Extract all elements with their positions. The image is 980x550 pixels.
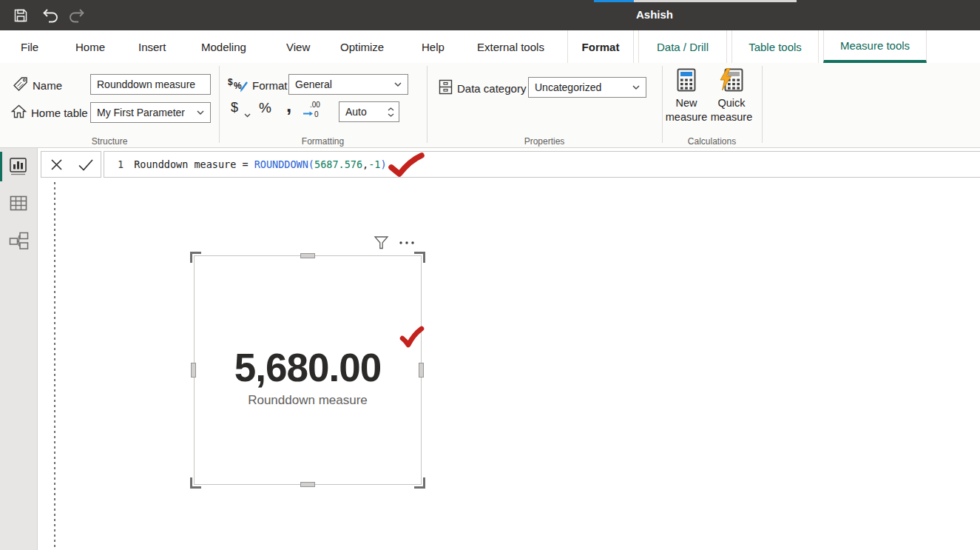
decimal-places-icon: .00 0: [302, 100, 322, 118]
svg-text:0: 0: [314, 110, 319, 118]
spinner-down-icon[interactable]: [388, 113, 394, 117]
sidebar-item-report-view[interactable]: [0, 150, 37, 183]
decimal-auto-spinner[interactable]: Auto: [339, 101, 399, 122]
chevron-down-icon: [244, 113, 251, 118]
report-page-boundary: [54, 182, 55, 550]
visual-filter-button[interactable]: [374, 235, 389, 250]
tab-home[interactable]: Home: [75, 30, 105, 63]
properties-group-label: Properties: [427, 136, 662, 147]
sidebar-divider: [37, 148, 38, 550]
quick-calculator-bolt-icon: [720, 68, 743, 92]
ribbon-tab-row: File Home Insert Modeling View Optimize …: [0, 30, 980, 63]
title-bar: Ashish: [0, 0, 980, 30]
percent-button[interactable]: %: [259, 100, 271, 116]
spinner-up-icon[interactable]: [388, 107, 394, 111]
new-measure-label: New measure: [664, 96, 709, 124]
tab-file[interactable]: File: [21, 30, 38, 63]
contextual-tabs: Format Data / Drill Table tools Measure …: [567, 30, 927, 63]
dollar-icon: $: [231, 100, 238, 115]
resize-handle-bottom[interactable]: [300, 482, 315, 487]
undo-button[interactable]: [41, 7, 59, 24]
sidebar-item-data-view[interactable]: [0, 187, 37, 219]
cancel-formula-button[interactable]: [45, 153, 67, 175]
tab-format[interactable]: Format: [567, 30, 634, 63]
powerbi-window: Ashish File Home Insert Modeling View Op…: [0, 0, 980, 550]
home-icon: [10, 104, 27, 122]
resize-handle-bottom-left[interactable]: [190, 477, 201, 489]
structure-group-label: Structure: [0, 136, 219, 147]
decimal-places-button[interactable]: .00 0: [302, 100, 322, 121]
data-category-select[interactable]: Uncategorized: [528, 77, 646, 98]
percent-icon: %: [259, 100, 271, 115]
resize-handle-top-right[interactable]: [414, 252, 425, 263]
resize-handle-top[interactable]: [300, 253, 315, 258]
data-category-label: Data category: [457, 82, 526, 95]
formula-function: ROUNDDOWN: [254, 158, 308, 170]
formula-arg-digits: -1: [368, 158, 380, 170]
currency-button[interactable]: $: [231, 100, 238, 115]
tab-modeling[interactable]: Modeling: [201, 30, 246, 63]
calculations-group-label: Calculations: [662, 136, 762, 147]
top-accent-light-strip: [634, 0, 797, 2]
redo-icon: [68, 7, 86, 24]
currency-dropdown-chevron[interactable]: [244, 107, 251, 121]
resize-handle-left[interactable]: [191, 363, 196, 378]
resize-handle-top-left[interactable]: [190, 252, 201, 263]
formula-bar: 1 Rounddown measure = ROUNDDOWN(5687.576…: [104, 151, 980, 178]
card-value: 5,680.00: [194, 345, 422, 390]
formula-line-number: 1: [118, 158, 124, 170]
group-separator: [219, 66, 220, 143]
svg-text:.00: .00: [310, 101, 320, 109]
tab-external-tools[interactable]: External tools: [477, 30, 544, 63]
format-pencil-icon: $ %: [228, 76, 249, 96]
ribbon: Name Home table My First Parameter Struc…: [0, 63, 980, 148]
tab-optimize[interactable]: Optimize: [340, 30, 384, 63]
model-view-icon: [9, 232, 29, 250]
quick-measure-button[interactable]: Quick measure: [709, 68, 754, 135]
quick-measure-label: Quick measure: [709, 96, 754, 124]
tab-view[interactable]: View: [286, 30, 310, 63]
window-title: Ashish: [636, 8, 673, 21]
sidebar-item-model-view[interactable]: [0, 224, 37, 257]
group-separator: [762, 66, 763, 143]
report-view-icon: [9, 157, 28, 176]
name-label: Name: [33, 79, 62, 92]
format-select[interactable]: General: [288, 74, 408, 95]
tab-help[interactable]: Help: [422, 30, 445, 63]
more-options-icon: [398, 240, 416, 246]
visual-more-options-button[interactable]: [398, 240, 416, 246]
resize-handle-right[interactable]: [419, 363, 424, 378]
formula-bar-buttons: [41, 151, 101, 178]
tab-insert[interactable]: Insert: [138, 30, 166, 63]
filter-funnel-icon: [374, 235, 389, 250]
home-table-select[interactable]: My First Parameter: [90, 102, 211, 123]
checkmark-icon: [78, 158, 94, 171]
visual-header-tools: [374, 235, 416, 250]
save-icon: [13, 7, 29, 24]
top-accent-blue-strip: [594, 0, 634, 2]
data-category-icon: [438, 78, 453, 98]
commit-formula-button[interactable]: [75, 153, 97, 175]
formula-arg-number: 5687.576: [314, 158, 362, 170]
tab-table-tools[interactable]: Table tools: [731, 30, 819, 63]
svg-text:$: $: [228, 77, 233, 87]
measure-name-input[interactable]: [90, 74, 211, 95]
formatting-group-label: Formatting: [219, 136, 427, 147]
data-view-icon: [10, 195, 27, 211]
tab-data-drill[interactable]: Data / Drill: [638, 30, 727, 63]
home-table-label: Home table: [31, 107, 88, 119]
chevron-down-icon: [197, 110, 204, 115]
save-button[interactable]: [12, 7, 30, 24]
thousands-separator-button[interactable]: ,: [286, 94, 291, 117]
format-label: Format: [252, 79, 288, 92]
tab-measure-tools[interactable]: Measure tools: [823, 30, 927, 63]
tag-icon: [12, 76, 29, 95]
card-title: Rounddown measure: [194, 393, 422, 408]
resize-handle-bottom-right[interactable]: [414, 477, 425, 489]
new-measure-button[interactable]: New measure: [664, 68, 709, 135]
formula-input[interactable]: 1 Rounddown measure = ROUNDDOWN(5687.576…: [104, 158, 387, 170]
formula-measure-text: Rounddown measure =: [134, 158, 254, 170]
redo-button[interactable]: [68, 7, 86, 24]
close-icon: [50, 158, 64, 172]
chevron-down-icon: [632, 85, 640, 90]
